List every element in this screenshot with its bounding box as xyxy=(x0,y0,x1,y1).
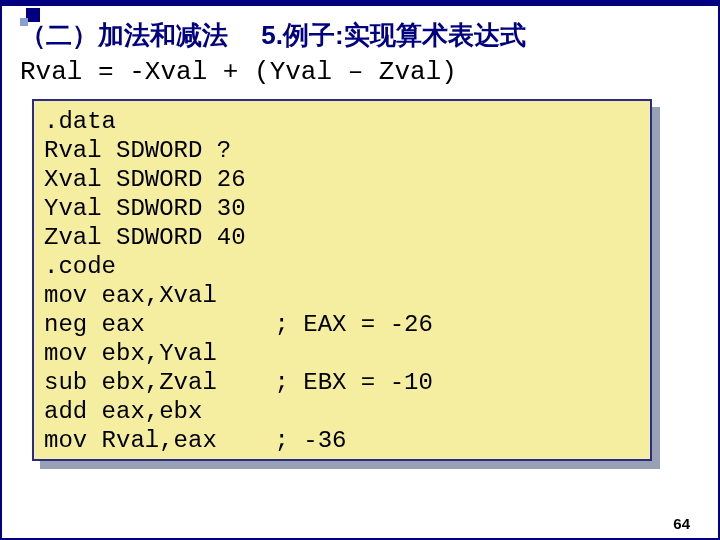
page-number: 64 xyxy=(673,515,690,532)
code-box: .data Rval SDWORD ? Xval SDWORD 26 Yval … xyxy=(32,99,652,461)
code-line: Xval SDWORD 26 xyxy=(44,165,640,194)
slide: （二）加法和减法 5.例子:实现算术表达式 Rval = -Xval + (Yv… xyxy=(0,0,720,540)
code-line: sub ebx,Zval ; EBX = -10 xyxy=(44,368,640,397)
code-line: .code xyxy=(44,252,640,281)
slide-heading: （二）加法和减法 5.例子:实现算术表达式 xyxy=(20,18,700,53)
code-line: mov ebx,Yval xyxy=(44,339,640,368)
code-line: Yval SDWORD 30 xyxy=(44,194,640,223)
corner-decoration xyxy=(20,8,48,22)
code-line: Rval SDWORD ? xyxy=(44,136,640,165)
code-box-panel: .data Rval SDWORD ? Xval SDWORD 26 Yval … xyxy=(32,99,652,461)
code-line: neg eax ; EAX = -26 xyxy=(44,310,640,339)
expression-text: Rval = -Xval + (Yval – Zval) xyxy=(20,57,700,87)
code-line: .data xyxy=(44,107,640,136)
heading-section: （二）加法和减法 xyxy=(20,20,228,50)
code-line: Zval SDWORD 40 xyxy=(44,223,640,252)
code-line: mov Rval,eax ; -36 xyxy=(44,426,640,455)
code-line: mov eax,Xval xyxy=(44,281,640,310)
code-line: add eax,ebx xyxy=(44,397,640,426)
heading-example: 5.例子:实现算术表达式 xyxy=(261,20,525,50)
